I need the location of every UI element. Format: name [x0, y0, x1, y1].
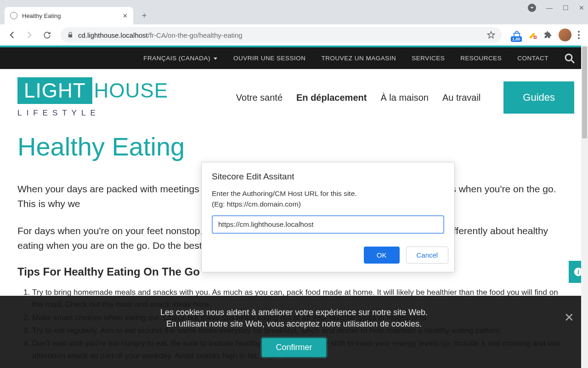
topnav-contact[interactable]: CONTACT [517, 55, 548, 62]
nav-home[interactable]: À la maison [380, 92, 429, 103]
topnav-store[interactable]: TROUVEZ UN MAGASIN [321, 55, 396, 62]
modal-description: Enter the Authoring/CM Host URL for this… [212, 188, 444, 210]
nav-health[interactable]: Votre santé [236, 92, 283, 103]
logo-part1: LIGHT [17, 77, 92, 104]
browser-toolbar: cd.lighthouse.localhost/fr-CA/on-the-go/… [0, 24, 588, 46]
incognito-icon [528, 4, 536, 12]
globe-icon [10, 12, 17, 19]
svg-marker-1 [488, 32, 495, 38]
site-header: LIGHT HOUSE LIFESTYLE Votre santé En dép… [0, 69, 588, 118]
address-bar[interactable]: cd.lighthouse.localhost/fr-CA/on-the-go/… [61, 27, 502, 43]
bookmark-star-icon[interactable] [487, 31, 495, 39]
guides-button[interactable]: Guides [503, 81, 574, 114]
sitecore-modal: Sitecore Edit Assitant Enter the Authori… [201, 162, 455, 272]
search-icon[interactable] [564, 53, 575, 64]
svg-marker-3 [214, 58, 217, 60]
extensions-puzzle-icon[interactable] [544, 31, 552, 39]
modal-ok-button[interactable]: OK [364, 247, 400, 264]
url-path: /fr-CA/on-the-go/healthy-eating [148, 31, 243, 39]
extension-shopping-icon[interactable]: 1.80 [512, 30, 522, 40]
site-logo[interactable]: LIGHT HOUSE LIFESTYLE [17, 77, 168, 118]
cookie-line2: En utilisant notre site Web, vous accept… [18, 318, 570, 330]
browser-menu-button[interactable] [578, 31, 580, 39]
modal-url-input[interactable] [212, 215, 444, 234]
svg-text:i: i [577, 269, 579, 276]
chevron-down-icon [213, 56, 218, 61]
topnav-language-label: FRANÇAIS (CANADA) [143, 55, 210, 62]
url-host: cd.lighthouse.localhost [78, 31, 148, 39]
extension-pencil-icon[interactable] [528, 30, 537, 40]
profile-avatar[interactable] [559, 29, 571, 41]
main-navigation: Votre santé En déplacement À la maison A… [236, 81, 574, 114]
nav-onthego[interactable]: En déplacement [296, 92, 367, 103]
forward-button[interactable] [22, 28, 37, 42]
svg-point-4 [565, 54, 572, 61]
top-navigation: FRANÇAIS (CANADA) OUVRIR UNE SESSION TRO… [0, 47, 588, 69]
svg-marker-0 [530, 7, 534, 9]
modal-desc-line2: (Eg: https://cm.domain.com) [212, 200, 301, 208]
reload-button[interactable] [40, 28, 54, 42]
close-window-button[interactable]: ✕ [579, 4, 584, 12]
page-viewport: FRANÇAIS (CANADA) OUVRIR UNE SESSION TRO… [0, 46, 588, 368]
extension-badge: 1.80 [511, 36, 522, 42]
cookie-banner: Les cookies nous aident à améliorer votr… [0, 296, 588, 368]
minimize-button[interactable]: — [546, 4, 553, 12]
browser-titlebar: Healthy Eating ✕ + — ☐ ✕ [0, 0, 588, 24]
topnav-language[interactable]: FRANÇAIS (CANADA) [143, 55, 218, 62]
topnav-resources[interactable]: RESOURCES [460, 55, 502, 62]
modal-title: Sitecore Edit Assitant [212, 172, 444, 182]
svg-line-5 [571, 60, 574, 63]
page-title: Healthy Eating [17, 132, 571, 161]
modal-cancel-button[interactable]: Cancel [406, 247, 449, 264]
topnav-services[interactable]: SERVICES [412, 55, 445, 62]
tab-title: Healthy Eating [22, 12, 119, 19]
close-icon[interactable]: ✕ [123, 12, 128, 19]
scrollbar[interactable] [581, 46, 588, 368]
cookie-confirm-button[interactable]: Confirmer [262, 338, 326, 357]
nav-work[interactable]: Au travail [442, 92, 481, 103]
cookie-close-icon[interactable]: ✕ [564, 310, 574, 325]
maximize-button[interactable]: ☐ [563, 4, 569, 12]
back-button[interactable] [5, 28, 19, 42]
lock-icon [67, 32, 74, 38]
new-tab-button[interactable]: + [138, 9, 151, 22]
topnav-session[interactable]: OUVRIR UNE SESSION [233, 55, 306, 62]
browser-tab[interactable]: Healthy Eating ✕ [5, 7, 133, 24]
modal-desc-line1: Enter the Authoring/CM Host URL for this… [212, 190, 357, 197]
cookie-line1: Les cookies nous aident à améliorer votr… [18, 307, 570, 318]
logo-part2: HOUSE [92, 79, 168, 102]
scrollbar-thumb[interactable] [582, 46, 587, 138]
logo-subtitle: LIFESTYLE [17, 109, 168, 118]
